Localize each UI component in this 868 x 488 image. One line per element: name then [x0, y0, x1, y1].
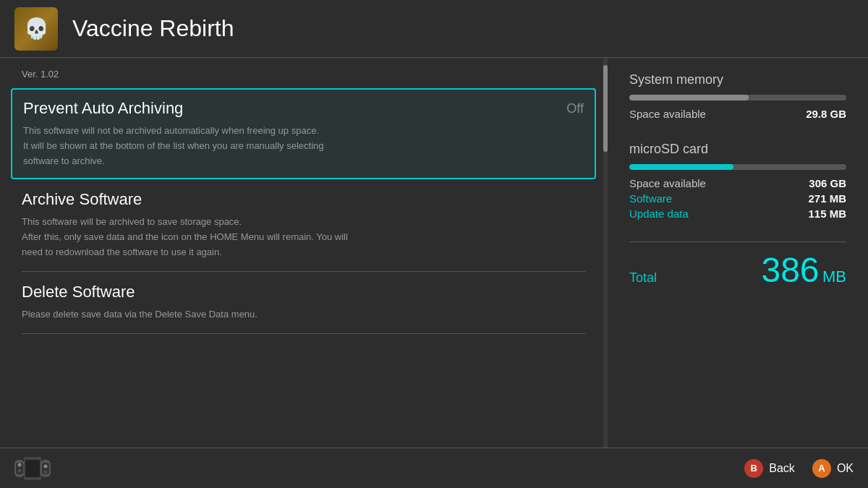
option-prevent-auto-archiving[interactable]: Prevent Auto Archiving Off This software…	[11, 88, 596, 179]
svg-point-9	[44, 471, 47, 474]
option-header-1: Prevent Auto Archiving Off	[23, 99, 584, 118]
option-description-2: This software will be archived to save s…	[22, 215, 585, 260]
ok-button[interactable]: A OK	[812, 459, 854, 478]
back-button-label: Back	[769, 462, 795, 475]
scrollbar-thumb	[603, 65, 608, 152]
option-description-1: This software will not be archived autom…	[23, 124, 584, 168]
option-description-3: Please delete save data via the Delete S…	[22, 307, 585, 322]
microsd-bar-bg	[629, 164, 846, 170]
option-title-1: Prevent Auto Archiving	[23, 99, 183, 118]
game-title: Vaccine Rebirth	[72, 15, 234, 42]
option-archive-software[interactable]: Archive Software This software will be a…	[22, 179, 585, 271]
svg-point-3	[18, 469, 21, 472]
scrollbar[interactable]	[603, 58, 608, 448]
option-value-1: Off	[566, 101, 584, 116]
version-text: Ver. 1.02	[22, 69, 585, 80]
microsd-bar-fill	[629, 164, 733, 170]
system-memory-bar-fill	[629, 95, 749, 100]
microsd-space-row: Space available 306 GB	[629, 177, 846, 189]
system-memory-value: 29.8 GB	[806, 108, 846, 120]
microsd-update-value: 115 MB	[808, 207, 846, 220]
option-header-2: Archive Software	[22, 190, 585, 209]
game-icon-emoji: 💀	[24, 17, 49, 40]
microsd-software-label: Software	[629, 192, 672, 205]
left-panel: Ver. 1.02 Prevent Auto Archiving Off Thi…	[0, 58, 608, 448]
nintendo-switch-icon	[14, 457, 51, 480]
option-delete-software[interactable]: Delete Software Please delete save data …	[22, 272, 585, 334]
microsd-section: microSD card Space available 306 GB Soft…	[629, 142, 846, 220]
microsd-software-row: Software 271 MB	[629, 192, 846, 205]
a-button-circle: A	[812, 459, 831, 478]
option-header-3: Delete Software	[22, 283, 585, 301]
microsd-space-value: 306 GB	[809, 177, 846, 189]
system-memory-bar-bg	[629, 95, 846, 100]
total-section: Total 386 MB	[629, 241, 846, 288]
system-memory-row: Space available 29.8 GB	[629, 108, 846, 120]
system-memory-label: Space available	[629, 108, 706, 120]
system-memory-section: System memory Space available 29.8 GB	[629, 72, 846, 120]
microsd-space-label: Space available	[629, 177, 706, 189]
total-value-group: 386 MB	[761, 253, 846, 288]
footer: B Back A OK	[0, 448, 868, 488]
total-value: 386	[761, 251, 819, 289]
microsd-update-row: Update data 115 MB	[629, 207, 846, 220]
total-label: Total	[629, 270, 657, 286]
svg-point-8	[44, 464, 48, 468]
right-panel: System memory Space available 29.8 GB mi…	[608, 58, 868, 448]
footer-left	[14, 457, 51, 480]
option-title-3: Delete Software	[22, 283, 135, 301]
b-button-circle: B	[744, 459, 763, 478]
b-button-letter: B	[751, 463, 757, 474]
header: 💀 Vaccine Rebirth	[0, 0, 868, 58]
svg-point-2	[18, 463, 22, 466]
a-button-letter: A	[818, 463, 825, 474]
back-button[interactable]: B Back	[744, 459, 795, 478]
ok-button-label: OK	[837, 462, 854, 475]
option-title-2: Archive Software	[22, 190, 142, 209]
system-memory-title: System memory	[629, 72, 846, 87]
main-layout: Ver. 1.02 Prevent Auto Archiving Off Thi…	[0, 58, 868, 448]
microsd-update-label: Update data	[629, 207, 689, 220]
microsd-software-value: 271 MB	[808, 192, 846, 205]
svg-rect-5	[25, 460, 40, 477]
footer-right: B Back A OK	[744, 459, 854, 478]
microsd-title: microSD card	[629, 142, 846, 157]
game-icon: 💀	[14, 7, 58, 51]
total-unit: MB	[822, 267, 846, 286]
